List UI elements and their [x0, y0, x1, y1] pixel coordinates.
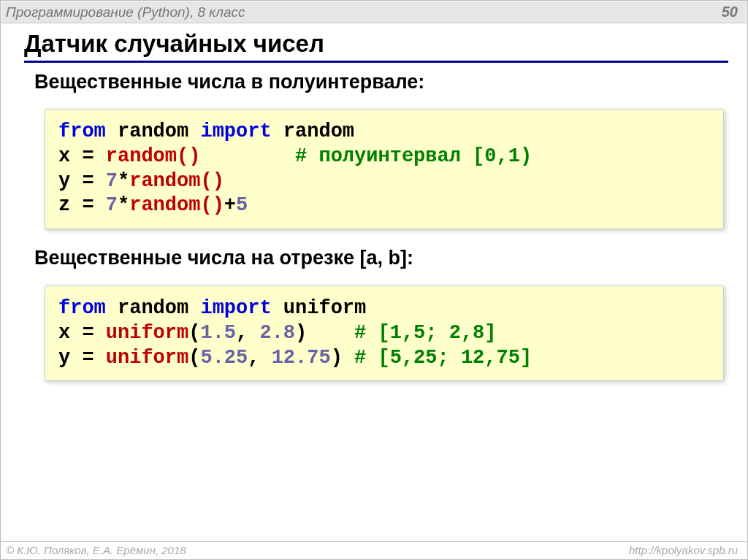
- section-1-heading: Вещественные числа в полуинтервале:: [34, 71, 424, 93]
- func-name: uniform: [106, 347, 188, 369]
- imported-name: random: [283, 120, 354, 142]
- page-number: 50: [722, 4, 738, 20]
- code-text: y =: [58, 170, 106, 192]
- func-call: random(): [129, 194, 224, 216]
- func-call: random(): [106, 145, 201, 167]
- kw: import: [200, 297, 271, 319]
- code-text: y =: [58, 347, 94, 369]
- section-2-heading: Вещественные числа на отрезке [a, b]:: [34, 247, 413, 269]
- comment: # [1,5; 2,8]: [354, 322, 496, 344]
- number: 2.8: [259, 322, 295, 344]
- paren: ): [331, 347, 343, 369]
- op: *: [118, 194, 129, 216]
- code-text: x =: [58, 322, 94, 344]
- title-underline: [24, 61, 728, 63]
- comma: ,: [236, 322, 259, 344]
- number: 7: [106, 170, 118, 192]
- kw: from: [58, 120, 106, 142]
- slide-footer: © К.Ю. Поляков, Е.А. Ерёмин, 2018 http:/…: [1, 541, 747, 559]
- number: 12.75: [272, 347, 331, 369]
- spacing: [200, 145, 295, 167]
- code-text: z =: [58, 194, 106, 216]
- spacing: [307, 322, 354, 344]
- course-title: Программирование (Python), 8 класс: [6, 4, 245, 20]
- code-block-1: from random import random x = random() #…: [45, 109, 724, 229]
- comment: # [5,25; 12,75]: [354, 347, 532, 369]
- comment: # полуинтервал [0,1): [295, 145, 532, 167]
- module-name: random: [118, 297, 188, 319]
- slide-header: Программирование (Python), 8 класс 50: [1, 1, 747, 23]
- number: 7: [106, 194, 118, 216]
- imported-name: uniform: [283, 297, 366, 319]
- slide-title: Датчик случайных чисел: [24, 30, 324, 58]
- paren: (: [188, 322, 200, 344]
- op: *: [118, 170, 129, 192]
- kw: import: [200, 120, 271, 142]
- kw: from: [58, 297, 106, 319]
- paren: ): [295, 322, 307, 344]
- module-name: random: [118, 120, 188, 142]
- comma: ,: [248, 347, 271, 369]
- paren: (: [188, 347, 200, 369]
- number: 5.25: [200, 347, 248, 369]
- copyright-text: © К.Ю. Поляков, Е.А. Ерёмин, 2018: [6, 544, 186, 556]
- number: 1.5: [200, 322, 236, 344]
- func-call: random(): [129, 170, 224, 192]
- code-block-2: from random import uniform x = uniform(1…: [45, 285, 724, 381]
- spacing: [343, 347, 354, 369]
- func-name: uniform: [106, 322, 188, 344]
- number: 5: [236, 194, 248, 216]
- code-text: x =: [58, 145, 94, 167]
- op: +: [224, 194, 236, 216]
- footer-url: http://kpolyakov.spb.ru: [629, 544, 738, 556]
- slide: Программирование (Python), 8 класс 50 Да…: [0, 0, 748, 560]
